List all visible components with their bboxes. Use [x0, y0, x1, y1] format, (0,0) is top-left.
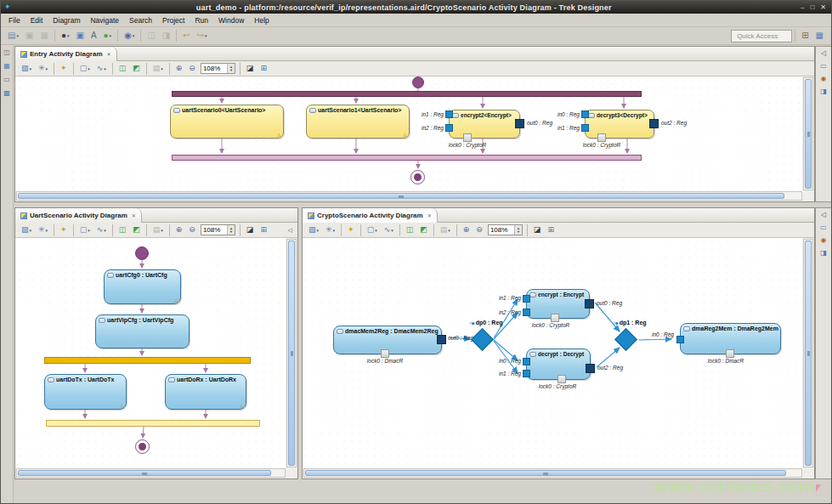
- pin-lock0[interactable]: [597, 133, 606, 142]
- arrange-icon[interactable]: ▧▾: [19, 224, 34, 237]
- edge[interactable]: [595, 303, 620, 331]
- zoom-out-icon[interactable]: ⊖: [186, 224, 198, 237]
- pin-lock0[interactable]: [726, 349, 734, 358]
- open-perspective-icon[interactable]: ⊞: [799, 29, 811, 42]
- node-decrypt[interactable]: decrypt : Decrypt in0 : Reg in1 : Reg ou…: [526, 348, 591, 380]
- model-explorer-icon[interactable]: ▦: [3, 62, 11, 71]
- entry-horizontal-scrollbar[interactable]: [16, 191, 802, 201]
- menu-diagram[interactable]: Diagram: [48, 14, 85, 26]
- minimized-view-icon[interactable]: ▭: [3, 76, 11, 84]
- zoom-spinner[interactable]: ▲ ▼: [514, 225, 522, 235]
- zoom-out-icon[interactable]: ⊖: [186, 62, 198, 76]
- search-icon[interactable]: ◉▾: [122, 29, 137, 42]
- line-style-icon[interactable]: ∿▾: [94, 62, 109, 76]
- edge[interactable]: [494, 299, 518, 338]
- pin-in1[interactable]: [445, 110, 453, 118]
- node-uartScenario1[interactable]: uartScenario1<UartScenario> ⚠: [306, 105, 410, 139]
- shape-icon[interactable]: ▢▾: [365, 224, 380, 237]
- wand-icon[interactable]: ✦: [345, 224, 357, 237]
- scrollbar-thumb[interactable]: [305, 470, 786, 476]
- export-html-icon[interactable]: ◩: [130, 62, 143, 76]
- decision-node-dp1[interactable]: [614, 328, 637, 351]
- menu-window[interactable]: Window: [213, 14, 249, 26]
- zoom-spinner[interactable]: ▲ ▼: [227, 64, 235, 73]
- pin-in2[interactable]: [523, 309, 530, 316]
- zoom-in-icon[interactable]: ⊕: [173, 62, 185, 76]
- crypto-vertical-scrollbar[interactable]: [803, 239, 813, 467]
- outline-icon[interactable]: ◪: [244, 62, 257, 76]
- forward-icon[interactable]: ↪▾: [195, 29, 210, 42]
- grid-icon[interactable]: ⊞: [258, 62, 269, 76]
- edge[interactable]: [639, 339, 671, 340]
- node-uartDoTx[interactable]: uartDoTx : UartDoTx ⚠: [44, 374, 127, 410]
- zoom-level-input[interactable]: [489, 225, 514, 235]
- outline-icon[interactable]: ◪: [531, 224, 544, 237]
- collapse-palette-icon[interactable]: ◁: [820, 211, 827, 219]
- uart-horizontal-scrollbar[interactable]: [16, 468, 286, 478]
- wand-icon[interactable]: ✦: [58, 224, 70, 237]
- edge[interactable]: [494, 341, 518, 373]
- scrollbar-thumb[interactable]: [18, 193, 784, 199]
- export-html-icon[interactable]: ◩: [417, 224, 430, 237]
- pin-out2[interactable]: [649, 119, 659, 128]
- initial-node[interactable]: [135, 246, 149, 260]
- fork-bar[interactable]: [172, 91, 642, 97]
- zoom-level-input[interactable]: [201, 225, 227, 235]
- pin-in1[interactable]: [581, 124, 589, 132]
- shape-icon[interactable]: ▢▾: [77, 62, 93, 76]
- session-icon[interactable]: ●▾: [59, 29, 72, 42]
- menu-run[interactable]: Run: [190, 14, 213, 26]
- outline-icon[interactable]: ◪: [244, 224, 257, 237]
- grid-icon[interactable]: ⊞: [545, 224, 557, 237]
- run-icon[interactable]: ●▾: [101, 29, 115, 42]
- menu-search[interactable]: Search: [124, 14, 157, 26]
- tab-uartscenario-activity-diagram[interactable]: UartScenario Activity Diagram ✕: [15, 208, 142, 223]
- pin-in0[interactable]: [581, 110, 589, 118]
- close-button[interactable]: ✕: [820, 3, 826, 11]
- select-tool-icon[interactable]: ▭: [819, 62, 828, 71]
- pin-in1[interactable]: [523, 370, 530, 377]
- menu-navigate[interactable]: Navigate: [85, 14, 124, 26]
- uart-diagram-canvas[interactable]: uartCfg0 : UartCfg ⚠ uartVipCfg : UartVi…: [15, 238, 286, 468]
- final-node[interactable]: [410, 170, 425, 184]
- node-dmaReg2Mem[interactable]: dmaReg2Mem : DmaReg2Mem in0 : Reg lock0 …: [680, 323, 781, 354]
- collapse-palette-icon[interactable]: ◁: [286, 227, 295, 234]
- zoom-in-icon[interactable]: ⊕: [173, 224, 185, 237]
- close-tab-icon[interactable]: ✕: [107, 51, 111, 57]
- filters-icon[interactable]: ✳▾: [36, 224, 50, 237]
- pin-lock0[interactable]: [551, 314, 559, 322]
- zoom-tool-icon[interactable]: ◉: [820, 75, 828, 83]
- menu-help[interactable]: Help: [249, 14, 274, 26]
- zoom-in-icon[interactable]: ⊕: [461, 224, 473, 237]
- zoom-level-input[interactable]: [201, 64, 227, 73]
- node-decrypt3[interactable]: decrypt3<Decrypt> in0 : Reg in1 : Reg ou…: [585, 110, 654, 139]
- tab-cryptoscenario-activity-diagram[interactable]: CryptoScenario Activity Diagram ✕: [303, 208, 438, 223]
- pin-out0[interactable]: [515, 119, 524, 128]
- pin-lock0[interactable]: [381, 349, 389, 358]
- scrollbar-thumb[interactable]: [18, 470, 271, 476]
- maximize-button[interactable]: □: [810, 3, 814, 11]
- export-image-icon[interactable]: ◫: [116, 224, 129, 237]
- join-bar[interactable]: [172, 155, 642, 161]
- zoom-out-icon[interactable]: ⊖: [473, 224, 485, 237]
- minimize-button[interactable]: –: [801, 3, 804, 11]
- scrollbar-thumb[interactable]: [805, 241, 812, 466]
- edge[interactable]: [143, 427, 144, 438]
- node-uartCfg0[interactable]: uartCfg0 : UartCfg ⚠: [104, 269, 181, 304]
- filters-icon[interactable]: ✳▾: [323, 224, 337, 237]
- collapse-palette-icon[interactable]: ◁: [820, 49, 827, 58]
- join-bar[interactable]: [46, 420, 260, 427]
- entry-vertical-scrollbar[interactable]: [803, 77, 813, 190]
- initial-node[interactable]: [412, 76, 424, 88]
- note-tool-icon[interactable]: ◨: [819, 249, 828, 258]
- close-tab-icon[interactable]: ✕: [427, 212, 432, 218]
- pin-out0[interactable]: [437, 335, 446, 344]
- node-encrypt[interactable]: encrypt : Encrypt in1 : Reg in2 : Reg ou…: [526, 289, 590, 319]
- pin-out2[interactable]: [586, 364, 595, 373]
- outline-view-icon[interactable]: ▩: [3, 89, 11, 98]
- line-style-icon[interactable]: ∿▾: [94, 224, 109, 237]
- restore-views-icon[interactable]: ◫: [3, 48, 11, 57]
- final-node[interactable]: [135, 439, 150, 454]
- node-uartDoRx[interactable]: uartDoRx : UartDoRx ⚠: [165, 374, 246, 410]
- menu-file[interactable]: File: [3, 14, 25, 26]
